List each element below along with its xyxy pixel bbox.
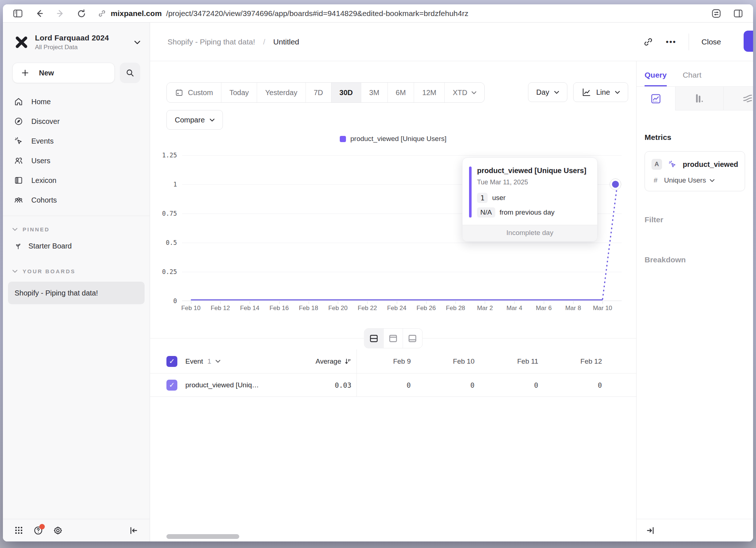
sidebar-item-cohorts[interactable]: Cohorts bbox=[3, 190, 150, 210]
tooltip-delta: N/A bbox=[477, 207, 495, 218]
x-tick: Mar 10 bbox=[593, 305, 612, 312]
average-column-header[interactable]: Average bbox=[279, 357, 357, 365]
line-chart: product_viewed [Unique Users] 1.25 1 0.7… bbox=[158, 135, 628, 321]
layout-chart-only-button[interactable] bbox=[383, 329, 403, 348]
tooltip-value-label: user bbox=[492, 194, 505, 202]
row-value: 0 bbox=[420, 373, 484, 396]
chevron-down-icon bbox=[210, 118, 214, 122]
board-label: Starter Board bbox=[28, 242, 72, 250]
back-icon[interactable] bbox=[34, 8, 44, 19]
chart-legend[interactable]: product_viewed [Unique Users] bbox=[158, 135, 628, 143]
apps-grid-icon[interactable] bbox=[14, 525, 24, 535]
breadcrumb-board-link[interactable]: Shopify - Piping that data! bbox=[168, 38, 255, 46]
date-column-header: Feb 11 bbox=[484, 349, 548, 373]
chevron-down-icon bbox=[472, 91, 476, 94]
browser-toolbar: mixpanel.com/project/3472420/view/397469… bbox=[3, 4, 753, 23]
layout-table-only-button[interactable] bbox=[403, 329, 422, 348]
nav-label: Discover bbox=[31, 117, 60, 126]
forward-icon[interactable] bbox=[55, 8, 66, 19]
aggregation-dropdown[interactable]: Unique Users bbox=[664, 176, 714, 184]
browser-sidebar-toggle-icon[interactable] bbox=[12, 8, 23, 19]
cursor-click-icon bbox=[14, 136, 23, 146]
insight-type-flow[interactable] bbox=[724, 87, 753, 110]
insight-type-bar[interactable] bbox=[676, 87, 724, 110]
chevron-down-icon bbox=[134, 40, 140, 44]
sidebar-item-lexicon[interactable]: Lexicon bbox=[3, 171, 150, 190]
sidebar-item-users[interactable]: Users bbox=[3, 151, 150, 171]
select-all-checkbox[interactable]: ✓ bbox=[166, 356, 177, 367]
pinned-section-header[interactable]: PINNED bbox=[3, 220, 150, 236]
event-icon bbox=[668, 160, 677, 169]
range-custom[interactable]: Custom bbox=[167, 83, 221, 102]
layout-split-button[interactable] bbox=[364, 329, 383, 348]
range-12m[interactable]: 12M bbox=[414, 83, 445, 102]
breadcrumb-current[interactable]: Untitled bbox=[273, 38, 299, 46]
copy-link-button[interactable] bbox=[643, 37, 653, 47]
range-yesterday[interactable]: Yesterday bbox=[257, 83, 306, 102]
sidebar-item-events[interactable]: Events bbox=[3, 131, 150, 151]
pinned-header-label: PINNED bbox=[23, 226, 50, 232]
browser-panel-toggle-icon[interactable] bbox=[733, 8, 744, 19]
save-button-clipped[interactable] bbox=[744, 31, 753, 52]
horizontal-scrollbar[interactable] bbox=[166, 534, 239, 539]
range-today[interactable]: Today bbox=[221, 83, 257, 102]
address-bar[interactable]: mixpanel.com/project/3472420/view/397469… bbox=[98, 9, 468, 18]
sidebar-item-discover[interactable]: Discover bbox=[3, 111, 150, 131]
range-7d[interactable]: 7D bbox=[306, 83, 332, 102]
sidebar-item-starter-board[interactable]: Starter Board bbox=[3, 236, 150, 256]
project-switcher[interactable]: Lord Farquaad 2024 All Project Data bbox=[3, 23, 150, 54]
chevron-down-icon bbox=[710, 179, 714, 182]
metric-card[interactable]: A product_viewed # Unique Users bbox=[645, 151, 745, 191]
collapse-panel-button[interactable] bbox=[645, 525, 655, 536]
y-tick: 1.25 bbox=[158, 152, 177, 159]
sidebar-item-home[interactable]: Home bbox=[3, 92, 150, 111]
chevron-down-icon[interactable] bbox=[216, 360, 220, 363]
new-button-label: New bbox=[39, 69, 54, 77]
date-column-header: Feb 10 bbox=[420, 349, 484, 373]
row-checkbox[interactable]: ✓ bbox=[166, 380, 177, 391]
granularity-dropdown[interactable]: Day bbox=[528, 82, 568, 102]
x-tick: Feb 10 bbox=[181, 305, 201, 312]
url-link-icon bbox=[98, 9, 106, 18]
reload-icon[interactable] bbox=[76, 8, 87, 19]
help-button[interactable] bbox=[33, 525, 43, 536]
filter-header: Filter bbox=[645, 215, 745, 224]
your-boards-section-header[interactable]: YOUR BOARDS bbox=[3, 262, 150, 278]
calendar-icon bbox=[175, 88, 184, 97]
project-name: Lord Farquaad 2024 bbox=[35, 34, 129, 42]
settings-button[interactable] bbox=[53, 525, 63, 536]
sidebar: Lord Farquaad 2024 All Project Data New … bbox=[3, 23, 150, 541]
new-button[interactable]: New bbox=[12, 63, 115, 83]
row-average: 0.03 bbox=[335, 381, 351, 389]
tab-chart[interactable]: Chart bbox=[683, 71, 701, 86]
aggregation-symbol: # bbox=[654, 176, 658, 184]
sidebar-item-shopify-board[interactable]: Shopify - Piping that data! bbox=[8, 282, 145, 304]
legend-label: product_viewed [Unique Users] bbox=[350, 135, 446, 143]
range-30d[interactable]: 30D bbox=[331, 83, 361, 102]
chart-style-dropdown[interactable]: Line bbox=[573, 82, 628, 102]
report-header: Shopify - Piping that data! / Untitled •… bbox=[150, 23, 753, 61]
metrics-header: Metrics bbox=[645, 133, 745, 142]
x-tick: Feb 20 bbox=[328, 305, 347, 312]
tooltip-footer: Incomplete day bbox=[462, 225, 597, 241]
bar-chart-icon bbox=[694, 93, 705, 104]
layout-toggle-group bbox=[364, 328, 422, 348]
more-menu-button[interactable]: ••• bbox=[666, 37, 676, 47]
browser-extensions-icon[interactable] bbox=[711, 8, 722, 19]
search-button[interactable] bbox=[120, 63, 140, 83]
breadcrumb: Shopify - Piping that data! / Untitled bbox=[168, 38, 299, 46]
range-3m[interactable]: 3M bbox=[361, 83, 388, 102]
project-subtitle: All Project Data bbox=[35, 44, 129, 51]
divider bbox=[3, 216, 150, 216]
collapse-left-icon bbox=[129, 525, 139, 536]
collapse-sidebar-button[interactable] bbox=[129, 525, 139, 536]
tab-query[interactable]: Query bbox=[645, 71, 667, 86]
range-xtd[interactable]: XTD bbox=[445, 83, 484, 102]
row-value: 0 bbox=[548, 373, 611, 396]
compare-dropdown[interactable]: Compare bbox=[166, 110, 223, 130]
close-button[interactable]: Close bbox=[701, 38, 721, 46]
event-count: 1 bbox=[208, 357, 212, 365]
insight-type-line[interactable] bbox=[637, 87, 676, 110]
range-6m[interactable]: 6M bbox=[388, 83, 414, 102]
table-row[interactable]: ✓ product_viewed [Uniq… 0.03 0 0 0 0 bbox=[150, 373, 636, 397]
